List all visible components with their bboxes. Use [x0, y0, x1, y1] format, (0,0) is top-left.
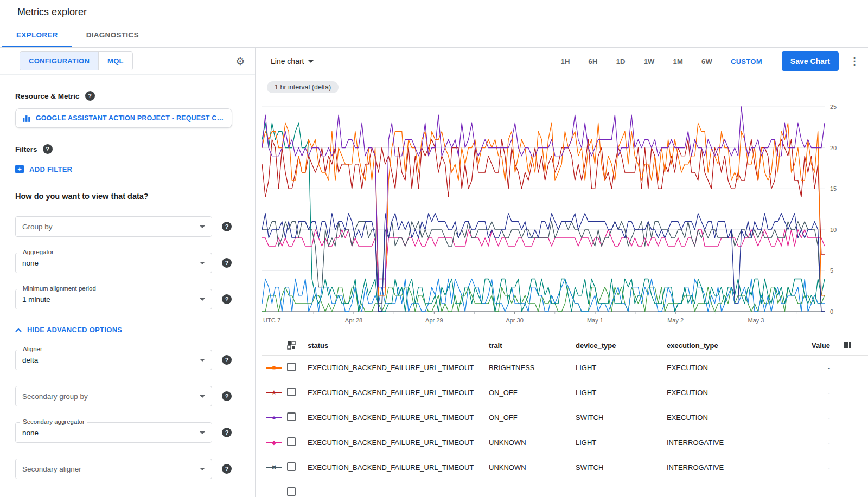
- series-line-navy: [262, 214, 825, 312]
- table-row[interactable]: ■EXECUTION_BACKEND_FAILURE_URL_TIMEOUTBR…: [262, 356, 868, 380]
- chart-panel: Line chart 1H6H1D1W1M6W CUSTOM Save Char…: [256, 48, 868, 497]
- add-filter-label: ADD FILTER: [29, 165, 72, 173]
- aligner-value: delta: [22, 356, 38, 364]
- secondary-aligner-row: Secondary aligner ?: [15, 459, 240, 479]
- table-row[interactable]: ✖EXECUTION_BACKEND_FAILURE_URL_TIMEOUTUN…: [262, 455, 868, 480]
- secondary-aggregator-dropdown[interactable]: Secondary aggregator none: [15, 422, 212, 443]
- svg-text:5: 5: [830, 267, 833, 274]
- chart-type-label: Line chart: [271, 57, 304, 66]
- secondary-aligner-dropdown[interactable]: Secondary aligner: [15, 459, 212, 479]
- filters-label: Filters: [15, 145, 37, 153]
- bar-chart-icon: [22, 114, 31, 122]
- chevron-down-icon: [200, 359, 205, 362]
- view-data-question: How do you want to view that data?: [15, 192, 240, 201]
- cell-execution-type: EXECUTION: [667, 364, 795, 372]
- page-title: Metrics explorer: [17, 7, 87, 18]
- range-button-6h[interactable]: 6H: [589, 57, 598, 66]
- filters-help-icon[interactable]: ?: [43, 144, 53, 154]
- chart-toolbar: Line chart 1H6H1D1W1M6W CUSTOM Save Char…: [256, 48, 868, 75]
- secondary-group-by-row: Secondary group by ?: [15, 386, 240, 406]
- range-button-6w[interactable]: 6W: [701, 57, 712, 66]
- chart-type-dropdown[interactable]: Line chart: [271, 57, 314, 66]
- min-alignment-help-icon[interactable]: ?: [222, 294, 232, 304]
- hide-advanced-options-label: HIDE ADVANCED OPTIONS: [27, 326, 122, 334]
- configuration-mode-button[interactable]: CONFIGURATION: [20, 52, 98, 70]
- custom-range-button[interactable]: CUSTOM: [731, 57, 762, 66]
- cell-trait: UNKNOWN: [489, 438, 576, 447]
- table-row[interactable]: ◆EXECUTION_BACKEND_FAILURE_URL_TIMEOUTUN…: [262, 430, 868, 455]
- secondary-group-by-help-icon[interactable]: ?: [222, 391, 232, 401]
- secondary-aggregator-help-icon[interactable]: ?: [222, 428, 232, 437]
- row-checkbox[interactable]: [287, 412, 296, 421]
- table-row[interactable]: ★EXECUTION_BACKEND_FAILURE_URL_TIMEOUTON…: [262, 380, 868, 405]
- mql-mode-button[interactable]: MQL: [98, 52, 132, 70]
- aggregator-label: Aggregator: [20, 249, 56, 255]
- add-filter-button[interactable]: + ADD FILTER: [15, 165, 240, 173]
- row-checkbox[interactable]: [287, 462, 296, 471]
- row-checkbox[interactable]: [287, 437, 296, 446]
- config-panel-toolbar: CONFIGURATION MQL ⚙: [0, 48, 255, 75]
- range-button-1d[interactable]: 1D: [616, 57, 626, 66]
- secondary-group-by-dropdown[interactable]: Secondary group by: [15, 386, 212, 406]
- interval-chip: 1 hr interval (delta): [267, 81, 339, 93]
- resource-metric-help-icon[interactable]: ?: [85, 91, 95, 101]
- column-header-value: Value: [795, 341, 843, 350]
- metric-selector-chip[interactable]: GOOGLE ASSISTANT ACTION PROJECT - REQUES…: [15, 108, 232, 128]
- group-by-dropdown[interactable]: Group by: [15, 216, 212, 237]
- aligner-help-icon[interactable]: ?: [222, 355, 232, 365]
- chevron-up-icon: [15, 328, 22, 332]
- table-row-partial[interactable]: [262, 480, 868, 497]
- row-checkbox[interactable]: [287, 363, 296, 371]
- configuration-panel: CONFIGURATION MQL ⚙ Resource & Metric ? …: [0, 48, 256, 497]
- svg-text:Apr 29: Apr 29: [425, 317, 443, 324]
- range-button-1m[interactable]: 1M: [673, 57, 683, 66]
- group-by-placeholder: Group by: [22, 223, 53, 231]
- min-alignment-dropdown[interactable]: Minimum alignment period 1 minute: [15, 289, 212, 309]
- cell-execution-type: EXECUTION: [667, 414, 795, 422]
- config-mode-switch: CONFIGURATION MQL: [20, 51, 133, 70]
- tab-explorer[interactable]: EXPLORER: [2, 24, 72, 47]
- group-by-help-icon[interactable]: ?: [222, 222, 232, 231]
- cell-trait: BRIGHTNESS: [489, 364, 576, 372]
- svg-text:10: 10: [830, 227, 837, 233]
- legend-table-header: status trait device_type execution_type …: [262, 335, 868, 356]
- cell-device-type: LIGHT: [576, 364, 667, 372]
- aggregator-help-icon[interactable]: ?: [222, 258, 232, 268]
- tab-diagnostics[interactable]: DIAGNOSTICS: [72, 24, 153, 47]
- metric-chip-label: GOOGLE ASSISTANT ACTION PROJECT - REQUES…: [36, 114, 225, 122]
- cell-device-type: SWITCH: [576, 463, 667, 472]
- svg-text:Apr 28: Apr 28: [345, 317, 362, 324]
- range-button-1w[interactable]: 1W: [644, 57, 655, 66]
- more-options-kebab-icon[interactable]: ⋮: [850, 55, 859, 67]
- save-chart-button[interactable]: Save Chart: [782, 51, 839, 71]
- chevron-down-icon: [200, 395, 205, 398]
- series-visibility-icon[interactable]: [287, 341, 308, 350]
- secondary-aligner-help-icon[interactable]: ?: [222, 464, 232, 474]
- cell-value: -: [795, 389, 843, 397]
- svg-text:May 2: May 2: [667, 317, 684, 324]
- row-checkbox[interactable]: [287, 388, 296, 396]
- aligner-dropdown[interactable]: Aligner delta: [15, 350, 212, 370]
- app-header: Metrics explorer: [0, 0, 868, 24]
- svg-text:Apr 30: Apr 30: [506, 317, 523, 324]
- range-button-1h[interactable]: 1H: [561, 57, 570, 66]
- aligner-row: Aligner delta ?: [15, 350, 240, 370]
- aggregator-dropdown[interactable]: Aggregator none: [15, 253, 212, 273]
- min-alignment-value: 1 minute: [22, 295, 50, 304]
- cell-status: EXECUTION_BACKEND_FAILURE_URL_TIMEOUT: [308, 414, 489, 422]
- cell-value: -: [795, 463, 843, 472]
- cell-execution-type: INTERROGATIVE: [667, 438, 795, 447]
- cell-trait: ON_OFF: [489, 389, 576, 397]
- cell-execution-type: INTERROGATIVE: [667, 463, 795, 472]
- plus-icon: +: [15, 165, 24, 173]
- column-settings-icon[interactable]: [843, 341, 868, 350]
- hide-advanced-options-toggle[interactable]: HIDE ADVANCED OPTIONS: [15, 326, 240, 334]
- settings-gear-icon[interactable]: ⚙: [235, 56, 245, 67]
- row-checkbox[interactable]: [287, 487, 296, 496]
- filters-header: Filters ?: [15, 144, 240, 154]
- aligner-label: Aligner: [20, 346, 45, 352]
- svg-text:UTC-7: UTC-7: [263, 317, 280, 324]
- legend-table-body: ■EXECUTION_BACKEND_FAILURE_URL_TIMEOUTBR…: [262, 356, 868, 497]
- chevron-down-icon: [200, 468, 205, 470]
- table-row[interactable]: ▲EXECUTION_BACKEND_FAILURE_URL_TIMEOUTON…: [262, 405, 868, 430]
